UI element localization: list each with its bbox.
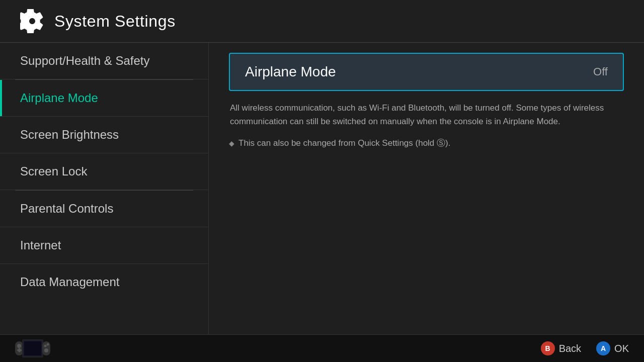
gear-icon <box>20 9 44 33</box>
svg-point-5 <box>17 344 21 348</box>
bottom-bar: B Back A OK <box>0 334 644 362</box>
back-label: Back <box>559 343 581 354</box>
svg-rect-8 <box>19 348 21 352</box>
diamond-icon: ◆ <box>229 139 234 147</box>
bottom-actions: B Back A OK <box>541 341 629 355</box>
sidebar-item-airplane[interactable]: Airplane Mode <box>0 80 208 117</box>
svg-point-6 <box>44 348 48 352</box>
sidebar-item-data[interactable]: Data Management <box>0 264 208 300</box>
sidebar-item-internet[interactable]: Internet <box>0 227 208 264</box>
svg-rect-4 <box>24 341 41 355</box>
a-button-icon: A <box>596 341 610 355</box>
svg-point-9 <box>44 345 47 347</box>
back-button[interactable]: B Back <box>541 341 581 355</box>
sidebar-item-parental[interactable]: Parental Controls <box>0 191 208 227</box>
setting-hint: ◆ This can also be changed from Quick Se… <box>229 137 624 149</box>
ok-button[interactable]: A OK <box>596 341 629 355</box>
sidebar-item-brightness[interactable]: Screen Brightness <box>0 117 208 153</box>
sidebar: Support/Health & Safety Airplane Mode Sc… <box>0 43 209 334</box>
svg-point-10 <box>47 343 49 346</box>
b-button-icon: B <box>541 341 555 355</box>
hint-text: This can also be changed from Quick Sett… <box>238 137 450 149</box>
airplane-mode-card[interactable]: Airplane Mode Off <box>229 53 624 91</box>
setting-description: All wireless communication, such as Wi-F… <box>229 101 624 128</box>
setting-value: Off <box>593 65 608 78</box>
main-content: Support/Health & Safety Airplane Mode Sc… <box>0 43 644 334</box>
content-area: Airplane Mode Off All wireless communica… <box>209 43 644 334</box>
setting-title: Airplane Mode <box>245 64 336 80</box>
sidebar-item-support[interactable]: Support/Health & Safety <box>0 43 208 79</box>
header: System Settings <box>0 0 644 43</box>
console-icon <box>15 339 50 357</box>
ok-label: OK <box>614 343 629 354</box>
page-title: System Settings <box>54 12 176 31</box>
sidebar-item-screenlock[interactable]: Screen Lock <box>0 153 208 190</box>
